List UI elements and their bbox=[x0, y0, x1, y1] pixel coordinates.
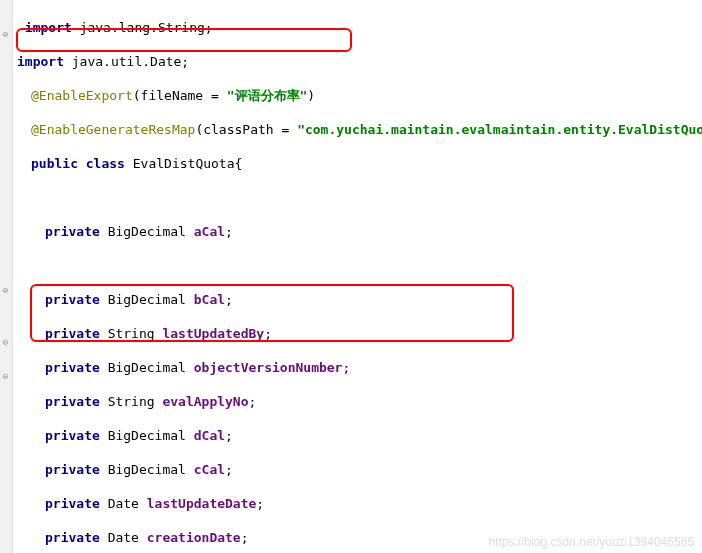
class-name: EvalDistQuota{ bbox=[133, 156, 243, 171]
fold-marker[interactable]: ⊖ bbox=[1, 286, 10, 295]
import-text: java.lang.String; bbox=[80, 20, 213, 35]
annotation: @EnableExport bbox=[31, 88, 133, 103]
import-text: java.util.Date; bbox=[72, 54, 189, 69]
keyword: import bbox=[17, 54, 64, 69]
code-editor[interactable]: ⊖ ⊖ ⊖ ⊖ import java.lang.String; import … bbox=[0, 0, 702, 553]
watermark: https://blog.csdn.net/youzi1394046585 bbox=[489, 535, 695, 549]
fold-marker[interactable]: ⊖ bbox=[1, 30, 10, 39]
annotation: @EnableGenerateResMap bbox=[31, 122, 195, 137]
code-area[interactable]: import java.lang.String; import java.uti… bbox=[13, 0, 702, 553]
keyword: import bbox=[25, 20, 72, 35]
fold-marker[interactable]: ⊖ bbox=[1, 372, 10, 381]
fold-marker[interactable]: ⊖ bbox=[1, 338, 10, 347]
gutter: ⊖ ⊖ ⊖ ⊖ bbox=[0, 0, 13, 553]
